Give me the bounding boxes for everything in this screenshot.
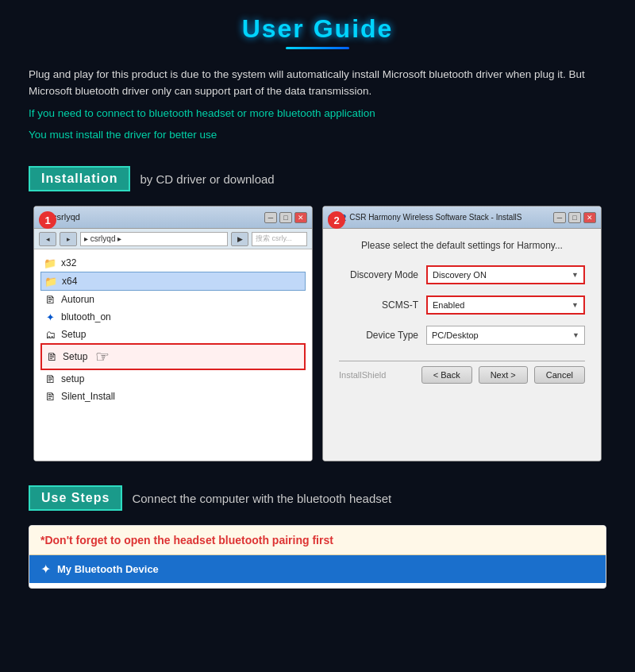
csr-maximize-btn[interactable]: □ (568, 212, 581, 223)
list-item[interactable]: 🗂 Setup (40, 326, 306, 343)
scmst-label: SCMS-T (339, 299, 418, 311)
csr-subtitle: Please select the default settings for H… (339, 240, 585, 251)
folder-icon: 🗂 (44, 328, 56, 341)
file-name: blutooth_on (61, 311, 111, 322)
file-name: Autorun (61, 294, 94, 305)
installation-desc: by CD driver or download (140, 172, 274, 186)
csr-close-btn[interactable]: ✕ (583, 212, 596, 223)
chevron-down-icon: ▼ (572, 271, 579, 279)
file-icon: 🖹 (44, 293, 56, 306)
step-number-2: 2 (328, 211, 345, 229)
file-name: Setup (63, 351, 87, 362)
explorer-window: 📁 csrlyqd ─ □ ✕ ◂ ▸ ▸ csrlyqd ▸ ▶ 搜索 csr… (34, 207, 312, 461)
device-name: My Bluetooth Device (57, 563, 159, 575)
next-button[interactable]: Next > (479, 366, 528, 384)
page-title: User Guide (0, 14, 635, 44)
explorer-content: 📁 x32 📁 x64 🖹 Autorun ✦ (34, 249, 312, 461)
back-btn[interactable]: ◂ (39, 232, 56, 246)
use-steps-badge: Use Steps (29, 485, 122, 511)
step-number-1: 1 (39, 211, 56, 229)
warning-text: *Don't forget to open the headset blueto… (29, 526, 606, 555)
use-steps-desc: Connect the computer with the bluetooth … (132, 492, 391, 505)
folder-icon: 📁 (44, 257, 56, 269)
file-name: Silent_Install (61, 391, 115, 402)
back-button[interactable]: < Back (421, 366, 472, 384)
setup-icon: 🖹 (45, 350, 58, 363)
list-item[interactable]: ✦ blutooth_on (40, 308, 306, 326)
explorer-titlebar: 📁 csrlyqd ─ □ ✕ (34, 207, 312, 229)
installshield-label: InstallShield (339, 370, 386, 380)
bluetooth-logo-icon: ✦ (40, 562, 51, 577)
minimize-btn[interactable]: ─ (264, 212, 277, 223)
list-item[interactable]: 🖹 Silent_Install (40, 388, 306, 405)
cancel-button[interactable]: Cancel (534, 366, 585, 384)
device-type-row: Device Type PC/Desktop ▼ (339, 326, 585, 345)
folder-icon: 📁 (44, 275, 57, 288)
list-item[interactable]: 📁 x64 (40, 272, 306, 291)
csr-title-text: CSR Harmony Wireless Software Stack - In… (349, 213, 521, 222)
file-name: x64 (62, 276, 77, 287)
list-item[interactable]: 🖹 setup (40, 370, 306, 388)
address-bar[interactable]: ▸ csrlyqd ▸ (80, 232, 228, 246)
page-title-container: User Guide (0, 0, 635, 56)
explorer-controls: ─ □ ✕ (264, 212, 307, 223)
device-type-label: Device Type (339, 330, 418, 341)
bluetooth-device-bar: ✦ My Bluetooth Device (29, 555, 606, 583)
maximize-btn[interactable]: □ (279, 212, 292, 223)
csr-title: CSR CSR Harmony Wireless Software Stack … (328, 213, 522, 222)
discovery-dropdown[interactable]: Discovery ON ▼ (426, 265, 585, 284)
cursor-icon: ☞ (95, 347, 110, 366)
installation-label-row: Installation by CD driver or download (0, 152, 635, 199)
file-name: Setup (61, 329, 86, 340)
file-icon: 🖹 (44, 390, 56, 403)
intro-highlight-2: You must install the driver for better u… (29, 126, 606, 144)
csr-screenshot: 2 CSR CSR Harmony Wireless Software Stac… (322, 206, 602, 462)
explorer-main: 📁 x32 📁 x64 🖹 Autorun ✦ (34, 249, 312, 461)
intro-section: Plug and play for this product is due to… (0, 56, 635, 152)
file-name: x32 (61, 257, 76, 268)
file-name: setup (61, 373, 84, 384)
close-btn[interactable]: ✕ (294, 212, 307, 223)
bluetooth-icon: ✦ (44, 311, 56, 323)
list-item[interactable]: 🖹 Setup ☞ (40, 343, 306, 370)
chevron-down-icon: ▼ (572, 301, 579, 309)
csr-window: CSR CSR Harmony Wireless Software Stack … (323, 207, 601, 461)
device-type-value: PC/Desktop (432, 330, 479, 340)
list-item[interactable]: 🖹 Autorun (40, 291, 306, 308)
csr-window-controls: ─ □ ✕ (553, 212, 596, 223)
screenshots-row: 1 📁 csrlyqd ─ □ ✕ ◂ ▸ ▸ csrlyqd ▸ ▶ (0, 199, 635, 474)
address-text: ▸ csrlyqd ▸ (84, 234, 121, 243)
fwd-btn[interactable]: ▸ (60, 232, 77, 246)
discovery-mode-row: Discovery Mode Discovery ON ▼ (339, 265, 585, 284)
explorer-screenshot: 1 📁 csrlyqd ─ □ ✕ ◂ ▸ ▸ csrlyqd ▸ ▶ (33, 206, 313, 462)
scms-t-row: SCMS-T Enabled ▼ (339, 295, 585, 315)
intro-text: Plug and play for this product is due to… (29, 67, 606, 100)
file-icon: 🖹 (44, 373, 56, 385)
installation-badge: Installation (29, 166, 130, 191)
discovery-value: Discovery ON (433, 270, 487, 280)
go-btn[interactable]: ▶ (231, 232, 248, 246)
search-placeholder: 搜索 csrly... (256, 234, 292, 244)
chevron-down-icon: ▼ (572, 331, 579, 339)
scmst-dropdown[interactable]: Enabled ▼ (426, 295, 585, 315)
discovery-label: Discovery Mode (339, 269, 418, 280)
installshield-footer: InstallShield < Back Next > Cancel (339, 361, 585, 384)
use-steps-label-row: Use Steps Connect the computer with the … (0, 474, 635, 517)
intro-highlight-1: If you need to connect to bluetooth head… (29, 105, 606, 122)
search-bar[interactable]: 搜索 csrly... (252, 232, 307, 246)
device-type-dropdown[interactable]: PC/Desktop ▼ (426, 326, 585, 345)
scmst-value: Enabled (433, 300, 464, 310)
csr-minimize-btn[interactable]: ─ (553, 212, 566, 223)
bottom-section: *Don't forget to open the headset blueto… (29, 525, 606, 589)
list-item[interactable]: 📁 x32 (40, 254, 306, 272)
csr-titlebar: CSR CSR Harmony Wireless Software Stack … (323, 207, 601, 229)
csr-content: Please select the default settings for H… (323, 229, 601, 395)
explorer-toolbar: ◂ ▸ ▸ csrlyqd ▸ ▶ 搜索 csrly... (34, 229, 312, 249)
title-underline (286, 47, 349, 49)
csr-action-buttons: < Back Next > Cancel (421, 366, 585, 384)
